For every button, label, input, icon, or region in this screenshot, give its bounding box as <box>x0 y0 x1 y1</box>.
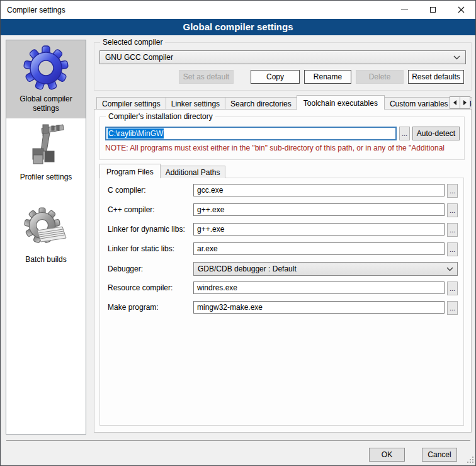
tab-linker-settings[interactable]: Linker settings <box>166 97 225 110</box>
set-as-default-button[interactable]: Set as default <box>179 70 234 84</box>
row-linker-static: Linker for static libs: ar.exe ... <box>108 242 458 255</box>
resource-compiler-input[interactable]: windres.exe <box>193 281 445 294</box>
tab-toolchain-executables[interactable]: Toolchain executables <box>297 95 385 110</box>
resize-grip-icon[interactable] <box>467 456 474 465</box>
browse-button[interactable]: ... <box>447 184 458 198</box>
settings-tabbar: Compiler settings Linker settings Search… <box>94 95 472 110</box>
settings-category-list: Global compiler settings <box>6 40 86 435</box>
arrow-left-icon <box>453 100 456 105</box>
tab-compiler-settings[interactable]: Compiler settings <box>96 97 166 110</box>
field-label: Make program: <box>108 301 193 314</box>
field-label: Linker for static libs: <box>108 242 193 255</box>
gear-stack-icon <box>8 205 84 253</box>
selected-compiler-group: Selected compiler GNU GCC Compiler Set a… <box>94 42 472 91</box>
field-label: Debugger: <box>108 262 193 276</box>
note-text: NOTE: All programs must exist either in … <box>105 144 464 152</box>
c-compiler-input[interactable]: gcc.exe <box>193 184 445 196</box>
installation-directory-group: Compiler's installation directory C:\ray… <box>99 116 465 160</box>
group-label: Compiler's installation directory <box>106 112 215 121</box>
ok-button[interactable]: OK <box>369 448 405 462</box>
toolchain-executables-page: Compiler's installation directory C:\ray… <box>94 109 472 433</box>
tab-search-directories[interactable]: Search directories <box>225 97 297 110</box>
caption-buttons <box>390 1 475 19</box>
field-label: Linker for dynamic libs: <box>108 223 193 236</box>
titlebar: Compiler settings <box>1 1 475 19</box>
make-program-input[interactable]: mingw32-make.exe <box>193 301 445 314</box>
installation-directory-input[interactable]: C:\raylib\MinGW <box>105 127 397 140</box>
selected-compiler-dropdown[interactable]: GNU GCC Compiler <box>99 50 466 64</box>
linker-dynamic-input[interactable]: g++.exe <box>193 223 445 236</box>
chevron-down-icon <box>446 264 453 273</box>
chevron-down-icon <box>453 53 460 62</box>
browse-button[interactable]: ... <box>447 223 458 237</box>
tab-custom-variables[interactable]: Custom variables <box>384 97 454 110</box>
debugger-value: GDB/CDB debugger : Default <box>198 264 297 273</box>
debugger-dropdown[interactable]: GDB/CDB debugger : Default <box>193 262 458 276</box>
cpp-compiler-input[interactable]: g++.exe <box>193 203 445 216</box>
close-icon <box>458 6 465 13</box>
subtab-additional-paths[interactable]: Additional Paths <box>160 166 226 178</box>
browse-directory-button[interactable]: ... <box>399 127 410 140</box>
programs-subtabbar: Program Files Additional Paths <box>99 164 471 178</box>
compiler-settings-window: Compiler settings Global compiler settin… <box>0 0 476 466</box>
row-cpp-compiler: C++ compiler: g++.exe ... <box>108 203 458 216</box>
sidebar-item-label: Global compiler settings <box>8 92 84 113</box>
sidebar-item-label: Batch builds <box>8 253 84 264</box>
selected-text: C:\raylib\MinGW <box>108 128 164 139</box>
row-c-compiler: C compiler: gcc.exe ... <box>108 184 458 196</box>
subtab-program-files[interactable]: Program Files <box>99 164 161 178</box>
field-label: Resource compiler: <box>108 281 193 294</box>
field-label: C compiler: <box>108 184 193 196</box>
maximize-icon <box>430 7 436 13</box>
copy-button[interactable]: Copy <box>251 70 300 84</box>
sidebar-item-batch-builds[interactable]: Batch builds <box>6 201 86 270</box>
rename-button[interactable]: Rename <box>304 70 351 84</box>
group-label: Selected compiler <box>100 38 165 47</box>
sidebar-item-label: Profiler settings <box>8 170 84 182</box>
row-debugger: Debugger: GDB/CDB debugger : Default <box>108 262 458 276</box>
arrow-right-icon <box>463 100 467 105</box>
minimize-button[interactable] <box>390 1 419 19</box>
gear-blue-icon <box>8 44 84 92</box>
maximize-button[interactable] <box>419 1 447 19</box>
caliper-icon <box>8 122 84 170</box>
delete-button[interactable]: Delete <box>356 70 404 84</box>
sidebar-item-global-compiler-settings[interactable]: Global compiler settings <box>6 40 86 118</box>
cancel-button[interactable]: Cancel <box>422 448 457 462</box>
browse-button[interactable]: ... <box>447 301 458 315</box>
tab-scroll-left-button[interactable] <box>450 96 460 109</box>
page-title: Global compiler settings <box>1 19 475 35</box>
field-label: C++ compiler: <box>108 203 193 216</box>
row-linker-dynamic: Linker for dynamic libs: g++.exe ... <box>108 223 458 236</box>
window-title: Compiler settings <box>1 6 65 14</box>
auto-detect-button[interactable]: Auto-detect <box>412 127 460 140</box>
program-files-panel: C compiler: gcc.exe ... C++ compiler: g+… <box>99 178 464 426</box>
minimize-icon <box>401 9 408 10</box>
close-button[interactable] <box>447 1 475 19</box>
browse-button[interactable]: ... <box>447 203 458 217</box>
browse-button[interactable]: ... <box>447 242 458 256</box>
sidebar-item-profiler-settings[interactable]: Profiler settings <box>6 118 86 187</box>
linker-static-input[interactable]: ar.exe <box>193 242 445 255</box>
tab-scroll-right-button[interactable] <box>460 96 470 109</box>
row-make-program: Make program: mingw32-make.exe ... <box>108 301 458 314</box>
selected-compiler-value: GNU GCC Compiler <box>105 53 173 62</box>
row-resource-compiler: Resource compiler: windres.exe ... <box>108 281 458 294</box>
dialog-footer: OK Cancel <box>6 440 470 462</box>
reset-defaults-button[interactable]: Reset defaults <box>408 70 464 84</box>
browse-button[interactable]: ... <box>447 281 458 295</box>
